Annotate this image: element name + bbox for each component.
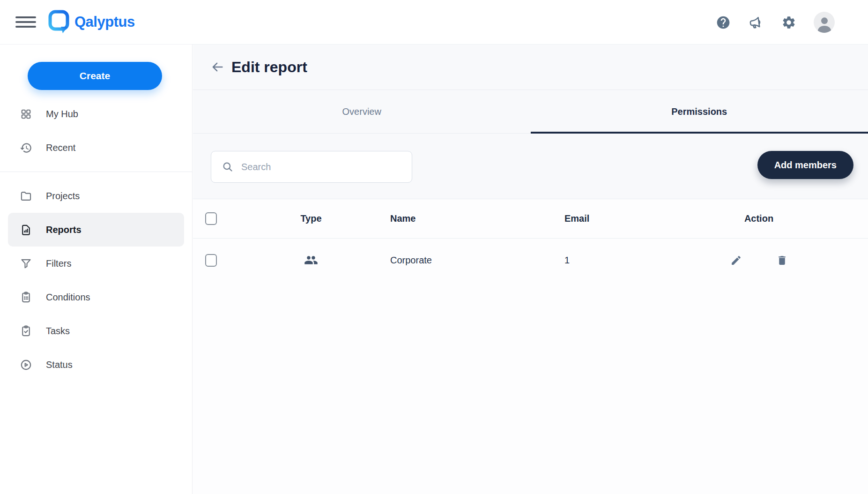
column-header-action: Action	[727, 213, 791, 224]
clipboard-list-icon	[20, 291, 32, 304]
history-icon	[20, 142, 32, 154]
row-action-cell	[727, 254, 791, 266]
select-all-checkbox[interactable]	[205, 212, 217, 225]
delete-trash-icon[interactable]	[776, 254, 788, 266]
play-circle-icon	[20, 359, 32, 371]
clipboard-check-icon	[20, 325, 32, 337]
row-checkbox[interactable]	[205, 254, 217, 267]
tab-overview[interactable]: Overview	[193, 90, 531, 133]
user-avatar[interactable]	[814, 12, 835, 33]
sidebar-item-my-hub[interactable]: My Hub	[8, 97, 184, 131]
add-members-button[interactable]: Add members	[757, 151, 853, 179]
table-row: Corporate 1	[193, 239, 868, 282]
column-header-type: Type	[242, 213, 380, 224]
sidebar-item-label: Recent	[46, 142, 75, 153]
search-icon	[222, 161, 234, 173]
sidebar-item-reports[interactable]: Reports	[8, 213, 184, 247]
row-type-cell	[242, 253, 380, 267]
header-actions	[715, 0, 835, 45]
app-root: Qalyptus	[0, 0, 868, 494]
sidebar-item-recent[interactable]: Recent	[8, 131, 184, 165]
sidebar-item-label: Conditions	[46, 292, 90, 303]
column-header-name: Name	[380, 213, 549, 224]
sidebar-item-tasks[interactable]: Tasks	[8, 314, 184, 348]
tab-permissions[interactable]: Permissions	[531, 90, 868, 133]
sidebar-item-label: Status	[46, 359, 73, 370]
qalyptus-logo-icon	[47, 9, 71, 35]
brand-logo[interactable]: Qalyptus	[47, 9, 135, 35]
top-header: Qalyptus	[0, 0, 868, 45]
megaphone-icon[interactable]	[748, 15, 764, 30]
back-arrow-icon[interactable]	[210, 59, 226, 75]
sidebar-item-filters[interactable]: Filters	[8, 247, 184, 280]
sidebar-item-status[interactable]: Status	[8, 348, 184, 382]
help-icon[interactable]	[715, 15, 731, 30]
page-title: Edit report	[231, 59, 307, 76]
search-box	[211, 151, 412, 183]
person-icon	[815, 14, 834, 33]
group-icon	[304, 253, 318, 267]
edit-pencil-icon[interactable]	[730, 254, 742, 266]
brand-name: Qalyptus	[74, 14, 135, 30]
grid-icon	[20, 108, 32, 120]
sidebar-item-label: Projects	[46, 191, 80, 202]
main-content: Edit report Overview Permissions Add mem…	[193, 45, 868, 494]
permissions-table: Type Name Email Action Corporate 1	[193, 199, 868, 494]
sidebar-item-projects[interactable]: Projects	[8, 179, 184, 213]
sidebar-item-label: My Hub	[46, 109, 78, 120]
row-name-cell: Corporate	[380, 255, 549, 266]
permissions-toolbar: Add members	[193, 134, 868, 199]
create-button[interactable]: Create	[28, 62, 162, 90]
search-input[interactable]	[241, 151, 412, 182]
tab-bar: Overview Permissions	[193, 90, 868, 134]
funnel-icon	[20, 257, 32, 270]
row-email-cell: 1	[549, 255, 727, 266]
column-header-email: Email	[549, 213, 727, 224]
table-header-row: Type Name Email Action	[193, 199, 868, 239]
sidebar: Create My Hub Recent Proje	[0, 45, 193, 494]
sidebar-item-conditions[interactable]: Conditions	[8, 280, 184, 314]
gear-icon[interactable]	[781, 15, 797, 30]
folder-icon	[20, 190, 32, 202]
sidebar-item-label: Tasks	[46, 326, 70, 337]
sidebar-item-label: Filters	[46, 258, 71, 269]
report-icon	[20, 224, 32, 236]
hamburger-menu-button[interactable]	[15, 14, 36, 30]
sidebar-nav: My Hub Recent Projects	[0, 97, 192, 382]
sidebar-divider	[0, 172, 192, 172]
sidebar-item-label: Reports	[46, 225, 82, 235]
page-header: Edit report	[193, 45, 868, 90]
